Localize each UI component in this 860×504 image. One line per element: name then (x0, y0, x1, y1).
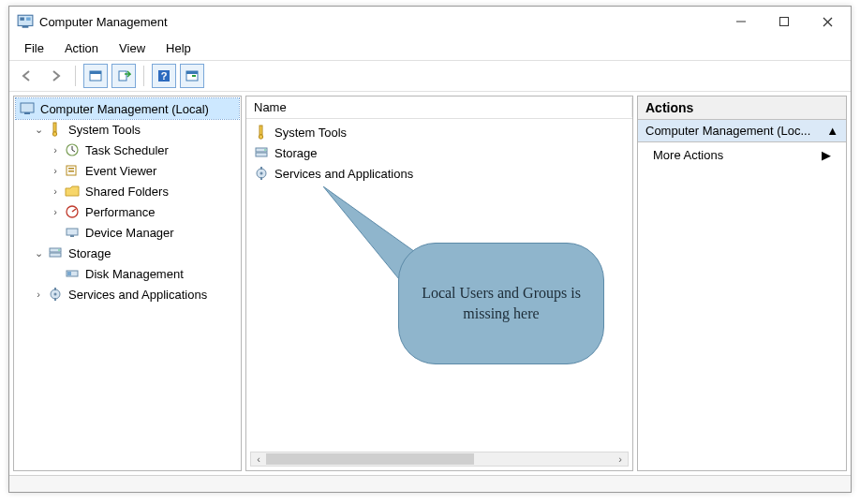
svg-point-41 (260, 172, 263, 175)
help-button[interactable]: ? (152, 64, 176, 88)
window-title: Computer Management (39, 15, 719, 29)
svg-rect-1 (22, 26, 29, 28)
expand-icon[interactable]: › (50, 185, 61, 197)
list-item-storage[interactable]: Storage (250, 142, 629, 163)
svg-rect-16 (24, 112, 30, 114)
list-body: System Tools Storage Services and Applic… (246, 119, 632, 186)
horizontal-scrollbar[interactable]: ‹ › (250, 452, 629, 467)
list-item-system-tools[interactable]: System Tools (250, 122, 629, 142)
list-item-label: System Tools (274, 126, 347, 140)
list-item-services-applications[interactable]: Services and Applications (250, 163, 629, 184)
scroll-right-icon[interactable]: › (613, 453, 628, 465)
svg-rect-25 (70, 235, 74, 237)
svg-rect-30 (67, 272, 71, 275)
tree-label: Event Viewer (83, 164, 156, 178)
storage-icon (254, 145, 269, 160)
scroll-track[interactable] (266, 452, 613, 466)
svg-rect-5 (780, 18, 789, 26)
tree-label: Task Scheduler (83, 143, 169, 157)
scroll-left-icon[interactable]: ‹ (251, 453, 266, 465)
folder-share-icon (65, 184, 80, 199)
tree-label: Performance (83, 205, 155, 219)
tree-label: Device Manager (83, 226, 174, 240)
tree-root-label: Computer Management (Local) (38, 102, 209, 116)
actions-subheading[interactable]: Computer Management (Loc... ▲ (638, 120, 846, 142)
actions-more[interactable]: More Actions ▶ (638, 142, 846, 168)
forward-button[interactable] (43, 64, 67, 88)
svg-rect-2 (20, 18, 24, 21)
tree-item-event-viewer[interactable]: › Event Viewer (16, 160, 239, 181)
tree-label: Services and Applications (67, 288, 207, 302)
menu-view[interactable]: View (110, 38, 155, 58)
tree-root[interactable]: Computer Management (Local) (16, 98, 239, 119)
svg-point-32 (54, 293, 57, 296)
expand-icon[interactable]: › (50, 206, 61, 217)
minimize-button[interactable] (719, 7, 763, 36)
column-name[interactable]: Name (246, 97, 632, 117)
svg-point-18 (52, 132, 56, 136)
maximize-button[interactable] (763, 7, 806, 36)
actions-header: Actions (638, 96, 846, 120)
svg-rect-27 (50, 253, 61, 257)
performance-icon (65, 204, 80, 219)
callout-text: Local Users and Groups is missing here (416, 283, 586, 323)
svg-rect-14 (186, 71, 198, 74)
tree-label: System Tools (67, 123, 141, 137)
svg-rect-34 (54, 298, 56, 301)
tree-item-storage[interactable]: ⌄ Storage (16, 243, 239, 263)
chevron-right-icon: ▶ (822, 148, 831, 162)
actions-item-label: More Actions (653, 148, 723, 162)
menu-action[interactable]: Action (55, 38, 108, 58)
list-pane: Name System Tools Storage Services and A… (245, 96, 633, 471)
collapse-icon[interactable]: ⌄ (33, 124, 44, 136)
tree-item-device-manager[interactable]: Device Manager (16, 222, 239, 243)
scroll-thumb[interactable] (266, 453, 474, 465)
collapse-icon[interactable]: ▲ (826, 124, 838, 138)
services-icon (254, 166, 269, 181)
svg-rect-42 (260, 167, 262, 170)
statusbar (9, 475, 851, 492)
tree-item-services-applications[interactable]: › Services and Applications (16, 284, 239, 304)
svg-point-28 (58, 249, 60, 251)
menu-help[interactable]: Help (156, 38, 200, 58)
back-button[interactable] (15, 64, 39, 88)
clock-icon (65, 142, 80, 157)
svg-rect-9 (90, 71, 101, 74)
expand-icon[interactable]: › (50, 144, 61, 156)
callout-tail (323, 186, 436, 299)
svg-rect-33 (54, 288, 56, 290)
services-icon (48, 287, 63, 302)
actions-pane: Actions Computer Management (Loc... ▲ Mo… (637, 96, 847, 471)
actions-sub-label: Computer Management (Loc... (645, 124, 810, 138)
svg-rect-22 (68, 170, 74, 172)
refresh-button[interactable] (180, 64, 204, 88)
tree-item-performance[interactable]: › Performance (16, 201, 239, 222)
svg-rect-10 (119, 71, 126, 81)
tree-item-system-tools[interactable]: ⌄ System Tools (16, 119, 239, 140)
svg-rect-17 (53, 123, 56, 132)
app-icon (17, 13, 34, 30)
svg-rect-15 (21, 103, 34, 112)
svg-rect-24 (67, 229, 78, 235)
storage-icon (48, 245, 63, 260)
menu-file[interactable]: File (15, 38, 53, 58)
svg-rect-38 (256, 153, 267, 156)
callout-bubble: Local Users and Groups is missing here (398, 243, 604, 364)
event-icon (65, 163, 80, 178)
collapse-icon[interactable]: ⌄ (33, 247, 44, 259)
properties-button[interactable] (83, 64, 108, 88)
export-button[interactable] (111, 64, 136, 88)
tree-label: Shared Folders (83, 185, 169, 199)
toolbar-separator (75, 66, 76, 86)
expand-icon[interactable]: › (50, 165, 61, 176)
list-header: Name (246, 96, 632, 119)
titlebar: Computer Management (9, 7, 851, 37)
tree-item-task-scheduler[interactable]: › Task Scheduler (16, 140, 239, 160)
disk-icon (65, 266, 80, 281)
tree-item-disk-management[interactable]: Disk Management (16, 263, 239, 284)
tree-item-shared-folders[interactable]: › Shared Folders (16, 181, 239, 201)
content-area: Computer Management (Local) ⌄ System Too… (9, 92, 851, 475)
expand-icon[interactable]: › (33, 289, 44, 300)
close-button[interactable] (806, 7, 849, 36)
wrench-icon (48, 122, 63, 137)
